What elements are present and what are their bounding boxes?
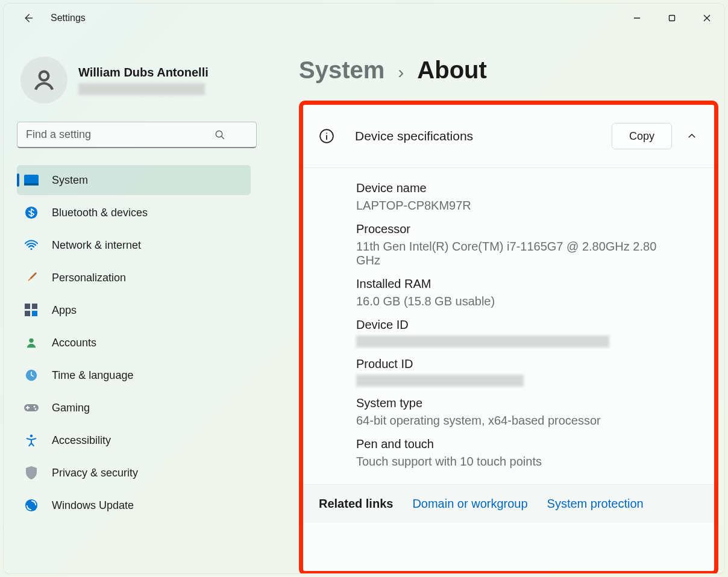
sidebar-item-label: Accounts	[52, 337, 96, 349]
update-icon	[24, 498, 39, 513]
spec-value: 11th Gen Intel(R) Core(TM) i7-1165G7 @ 2…	[356, 240, 670, 267]
spec-product-id: Product ID	[356, 357, 692, 387]
breadcrumb-parent[interactable]: System	[299, 57, 384, 84]
svg-point-10	[29, 338, 33, 343]
sidebar-item-accounts[interactable]: Accounts	[17, 328, 251, 358]
sidebar-item-label: Apps	[52, 304, 77, 317]
sidebar-item-apps[interactable]: Apps	[17, 295, 251, 325]
svg-point-13	[34, 406, 36, 408]
spec-label: Product ID	[356, 357, 692, 371]
sidebar: William Dubs Antonelli System	[4, 33, 263, 573]
user-icon	[31, 67, 57, 93]
sidebar-item-label: Personalization	[52, 272, 126, 284]
minimize-icon	[633, 14, 641, 22]
clock-globe-icon	[24, 368, 39, 382]
search-wrapper	[17, 122, 251, 148]
sidebar-item-label: Bluetooth & devices	[52, 207, 148, 219]
spec-label: Device name	[356, 181, 692, 195]
card-title: Device specifications	[355, 129, 612, 143]
breadcrumb: System › About	[299, 57, 718, 84]
svg-rect-4	[24, 183, 39, 186]
copy-button[interactable]: Copy	[612, 123, 672, 149]
bluetooth-icon	[24, 205, 39, 220]
card-header[interactable]: Device specifications Copy	[303, 105, 714, 168]
chevron-up-icon[interactable]	[686, 131, 697, 142]
spec-processor: Processor 11th Gen Intel(R) Core(TM) i7-…	[356, 222, 692, 267]
spec-value: LAPTOP-CP8KM97R	[356, 199, 692, 213]
spec-label: Processor	[356, 222, 692, 236]
sidebar-item-label: Windows Update	[52, 499, 134, 512]
sidebar-item-label: Privacy & security	[52, 467, 138, 479]
spec-device-id: Device ID	[356, 318, 692, 348]
device-specifications-card: Device specifications Copy Device name L…	[299, 101, 718, 573]
sidebar-item-network[interactable]: Network & internet	[17, 230, 251, 260]
maximize-icon	[668, 14, 676, 22]
spec-value: 16.0 GB (15.8 GB usable)	[356, 295, 692, 308]
sidebar-item-system[interactable]: System	[17, 165, 251, 195]
sidebar-item-accessibility[interactable]: Accessibility	[17, 425, 251, 455]
accessibility-icon	[24, 433, 39, 448]
related-links-row: Related links Domain or workgroup System…	[303, 484, 714, 523]
sidebar-item-privacy[interactable]: Privacy & security	[17, 458, 251, 488]
svg-point-2	[216, 131, 222, 137]
sidebar-item-label: Network & internet	[52, 239, 141, 252]
spec-label: System type	[356, 396, 692, 410]
spec-label: Installed RAM	[356, 277, 692, 291]
window-title: Settings	[51, 13, 86, 23]
svg-point-15	[30, 434, 33, 437]
svg-rect-9	[32, 311, 37, 316]
svg-rect-0	[670, 16, 675, 21]
window-controls	[620, 6, 724, 30]
spec-system-type: System type 64-bit operating system, x64…	[356, 396, 692, 428]
accounts-icon	[24, 335, 39, 350]
apps-icon	[24, 303, 39, 317]
spec-label: Device ID	[356, 318, 692, 332]
main-content: System › About Device specifications Cop…	[263, 33, 724, 573]
sidebar-item-gaming[interactable]: Gaming	[17, 393, 251, 423]
sidebar-item-label: Accessibility	[52, 434, 111, 447]
wifi-icon	[24, 238, 39, 252]
maximize-button[interactable]	[654, 6, 689, 30]
settings-window: Settings Wi	[4, 4, 724, 573]
link-system-protection[interactable]: System protection	[547, 497, 644, 511]
back-arrow-icon	[22, 13, 33, 23]
brush-icon	[24, 270, 39, 285]
breadcrumb-separator: ›	[398, 62, 404, 83]
sidebar-item-personalization[interactable]: Personalization	[17, 263, 251, 293]
sidebar-item-time-language[interactable]: Time & language	[17, 360, 251, 390]
breadcrumb-current: About	[417, 57, 487, 84]
shield-icon	[24, 466, 39, 480]
info-icon	[319, 128, 334, 144]
sidebar-nav: System Bluetooth & devices Network & int…	[17, 165, 251, 520]
gamepad-icon	[24, 401, 39, 415]
search-icon	[215, 129, 225, 140]
sidebar-item-label: System	[52, 174, 88, 187]
spec-pen-touch: Pen and touch Touch support with 10 touc…	[356, 437, 692, 469]
avatar	[20, 57, 67, 104]
svg-point-1	[40, 72, 49, 81]
user-name: William Dubs Antonelli	[78, 66, 209, 80]
spec-label: Pen and touch	[356, 437, 692, 451]
sidebar-item-windows-update[interactable]: Windows Update	[17, 490, 251, 520]
titlebar: Settings	[4, 4, 724, 33]
back-button[interactable]	[16, 6, 40, 30]
spec-ram: Installed RAM 16.0 GB (15.8 GB usable)	[356, 277, 692, 308]
svg-point-14	[35, 408, 37, 410]
sidebar-item-label: Gaming	[52, 402, 90, 414]
svg-rect-8	[25, 311, 30, 316]
sidebar-item-label: Time & language	[52, 369, 133, 382]
system-icon	[24, 173, 39, 187]
spec-value: 64-bit operating system, x64-based proce…	[356, 414, 692, 428]
svg-rect-6	[25, 304, 30, 309]
user-profile[interactable]: William Dubs Antonelli	[17, 57, 251, 104]
spec-value-redacted	[356, 375, 524, 387]
sidebar-item-bluetooth[interactable]: Bluetooth & devices	[17, 198, 251, 228]
user-email-redacted	[78, 83, 205, 95]
close-icon	[703, 14, 711, 22]
spec-list: Device name LAPTOP-CP8KM97R Processor 11…	[303, 168, 714, 484]
spec-device-name: Device name LAPTOP-CP8KM97R	[356, 181, 692, 213]
spec-value: Touch support with 10 touch points	[356, 455, 692, 469]
close-button[interactable]	[689, 6, 724, 30]
minimize-button[interactable]	[620, 6, 654, 30]
link-domain-workgroup[interactable]: Domain or workgroup	[412, 497, 527, 511]
